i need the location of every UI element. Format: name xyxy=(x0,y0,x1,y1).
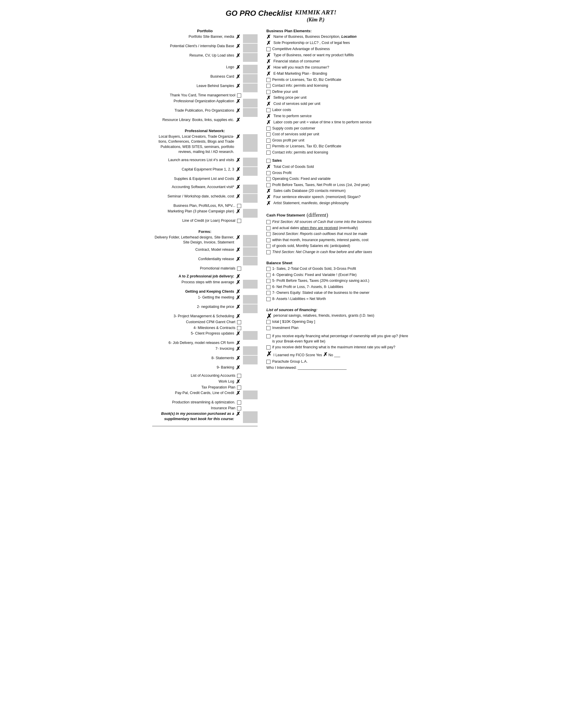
list-item: Launch area resources List #'s and visit… xyxy=(152,158,258,166)
list-item: Supplies & Equipment List and Costs xyxy=(152,176,258,182)
checkbox-icon[interactable] xyxy=(237,267,241,271)
checked-icon xyxy=(236,185,241,190)
checkbox-icon[interactable] xyxy=(267,297,271,301)
checkbox-icon[interactable] xyxy=(237,386,241,390)
checked-icon xyxy=(236,280,241,285)
checked-icon xyxy=(236,391,241,396)
checked-icon xyxy=(236,44,241,49)
forms-section: Delivery Folder, Letterhead designs, Sit… xyxy=(152,235,258,271)
biz-plan-section: Name of Business, Business Description, … xyxy=(267,34,410,155)
checkbox-icon[interactable] xyxy=(267,232,271,236)
checkbox-icon[interactable] xyxy=(237,374,241,378)
checked-icon xyxy=(236,356,241,361)
photo-box xyxy=(243,257,258,265)
checked-icon xyxy=(267,114,272,119)
checkbox-icon[interactable] xyxy=(237,400,241,405)
list-item: Promotional materials xyxy=(152,266,258,271)
list-item: Potential Client's / internship Data Bas… xyxy=(152,44,258,52)
list-item: personal savings, relatives, friends, in… xyxy=(267,313,410,318)
photo-box xyxy=(243,74,258,83)
cashflow-title: Cash Flow Statement (different) xyxy=(267,212,410,218)
checked-icon xyxy=(236,295,241,300)
list-item: How will you reach the consumer? xyxy=(267,65,410,70)
checkbox-icon[interactable] xyxy=(267,238,271,242)
checkbox-icon[interactable] xyxy=(267,151,271,155)
checkbox-icon[interactable] xyxy=(267,177,271,181)
checkbox-icon[interactable] xyxy=(267,139,271,143)
list-item: 5- Profit Before Taxes, Taxes (20% conti… xyxy=(267,278,410,284)
checkbox-icon[interactable] xyxy=(237,204,241,208)
balance-title: Balance Sheet xyxy=(267,261,410,265)
list-item: Sole Propreitorship or LLC? , Cost of le… xyxy=(267,40,410,46)
checkbox-icon[interactable] xyxy=(267,127,271,131)
list-item: 7- Invoicing xyxy=(152,346,258,355)
photo-box xyxy=(243,209,258,218)
checkbox-icon[interactable] xyxy=(267,84,271,88)
checkbox-icon[interactable] xyxy=(267,326,271,330)
checkbox-icon[interactable] xyxy=(267,108,271,112)
list-item: Artist Statement, manifesto, design phil… xyxy=(267,201,410,206)
checkbox-icon[interactable] xyxy=(267,345,271,349)
checkbox-icon[interactable] xyxy=(267,279,271,283)
checkbox-icon[interactable] xyxy=(267,273,271,277)
checkbox-icon[interactable] xyxy=(267,132,271,137)
checkbox-icon[interactable] xyxy=(237,320,241,324)
checkbox-icon[interactable] xyxy=(267,291,271,295)
checkbox-icon[interactable] xyxy=(267,171,271,175)
list-item: 2- negotiating the price xyxy=(152,304,258,313)
network-section-title: Professional Network: xyxy=(152,129,258,133)
checkbox-icon[interactable] xyxy=(267,250,271,254)
checked-icon xyxy=(236,65,241,70)
checked-icon xyxy=(267,195,272,200)
photo-box xyxy=(243,99,258,108)
checkbox-icon[interactable] xyxy=(267,78,271,82)
checked-icon xyxy=(236,314,241,319)
list-item: I Learned my FICO Score Yes ✗ No ___ xyxy=(267,351,410,358)
checkbox-icon[interactable] xyxy=(267,90,271,94)
list-item: Labor costs per unit = value of time x t… xyxy=(267,120,410,125)
checked-icon xyxy=(267,34,272,40)
photo-box xyxy=(243,280,258,289)
checked-icon xyxy=(236,331,241,336)
list-item: Define your unit xyxy=(267,89,410,95)
list-item: Local Buyers, Local Creators, Trade Orga… xyxy=(152,134,258,155)
checkbox-icon[interactable] xyxy=(267,360,271,364)
list-item: 9- Banking xyxy=(152,365,258,370)
list-item: 7- Owners Equity: Stated value of the bu… xyxy=(267,290,410,296)
list-item: Resource Library: Books, links, supplies… xyxy=(152,117,258,123)
list-item: Third Section: Net Change in cash flow b… xyxy=(267,250,410,255)
checkbox-icon[interactable] xyxy=(267,244,271,248)
list-item: Gross Profit xyxy=(267,171,410,176)
checked-icon xyxy=(267,164,272,170)
checkbox-icon[interactable] xyxy=(267,334,271,338)
checkbox-icon[interactable] xyxy=(267,47,271,51)
checkbox-icon[interactable] xyxy=(237,406,241,410)
list-item: Professional Organization Application xyxy=(152,99,258,108)
forms-section-title: Forms: xyxy=(152,229,258,234)
photo-box xyxy=(243,65,258,74)
checkbox-icon[interactable] xyxy=(267,267,271,271)
checkbox-icon[interactable] xyxy=(267,144,271,149)
list-item: Capital Equipment Phase 1, 2, 3 xyxy=(152,167,258,176)
checkbox-icon[interactable] xyxy=(267,220,271,224)
list-item: Confidentiality release xyxy=(152,257,258,265)
checked-icon xyxy=(236,365,241,370)
checked-icon xyxy=(267,313,272,318)
checkbox-icon[interactable] xyxy=(237,93,241,98)
checkbox-icon[interactable] xyxy=(237,326,241,330)
list-item: Competitive Advantage of Business xyxy=(267,47,410,52)
checkbox-icon[interactable] xyxy=(267,183,271,187)
checked-icon xyxy=(236,34,241,40)
checkbox-icon[interactable] xyxy=(267,320,271,324)
clients-section: 1- Getting the meeting 2- negotiating th… xyxy=(152,295,258,370)
list-item: Process steps with time average xyxy=(152,280,258,289)
checkbox-icon[interactable] xyxy=(237,219,241,223)
checked-icon xyxy=(236,158,241,163)
photo-box xyxy=(243,304,258,313)
checkbox-icon[interactable] xyxy=(267,285,271,289)
list-item: Book(s) in my possession purchased as a … xyxy=(152,411,258,423)
checkbox-icon[interactable] xyxy=(267,159,271,163)
list-item: Contract, Model release xyxy=(152,247,258,256)
list-item: Work Log xyxy=(152,379,258,384)
checkbox-icon[interactable] xyxy=(267,226,271,230)
